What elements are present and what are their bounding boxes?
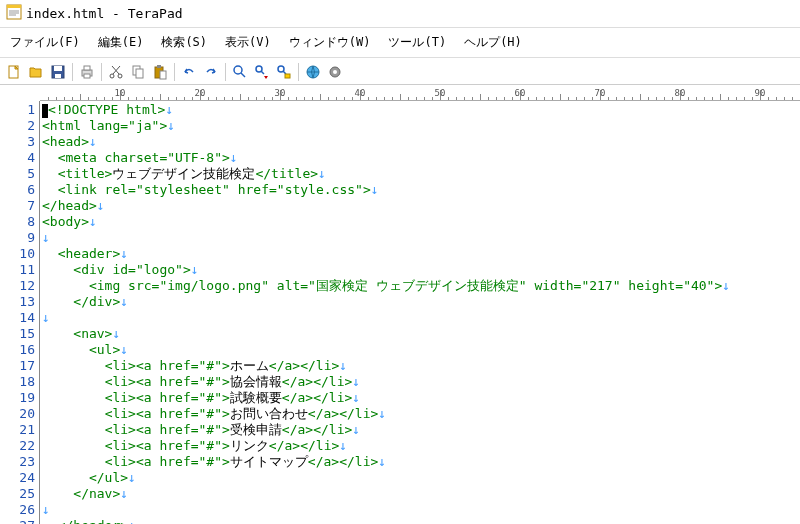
eol-mark: ↓ — [42, 310, 50, 325]
code-line[interactable]: </header>↓ — [42, 518, 800, 524]
eol-mark: ↓ — [339, 438, 347, 453]
menu-file[interactable]: ファイル(F) — [2, 32, 88, 53]
svg-point-13 — [118, 74, 122, 78]
ruler-mark: 30 — [275, 88, 286, 98]
toolbar-separator — [174, 63, 175, 81]
eol-mark: ↓ — [167, 118, 175, 133]
find-next-button[interactable] — [252, 62, 272, 82]
redo-button[interactable] — [201, 62, 221, 82]
toolbar-separator — [72, 63, 73, 81]
open-file-button[interactable] — [26, 62, 46, 82]
svg-line-22 — [241, 73, 245, 77]
code-line[interactable]: </div>↓ — [42, 294, 800, 310]
find-button[interactable] — [230, 62, 250, 82]
line-number: 17 — [0, 358, 35, 374]
code-line[interactable]: <li><a href="#">ホーム</a></li>↓ — [42, 358, 800, 374]
svg-point-12 — [110, 74, 114, 78]
eol-mark: ↓ — [120, 342, 128, 357]
code-line[interactable]: </head>↓ — [42, 198, 800, 214]
eol-mark: ↓ — [165, 102, 173, 117]
eol-mark: ↓ — [120, 294, 128, 309]
svg-rect-7 — [54, 66, 62, 71]
eol-mark: ↓ — [339, 358, 347, 373]
settings-button[interactable] — [325, 62, 345, 82]
line-number: 16 — [0, 342, 35, 358]
eol-mark: ↓ — [352, 422, 360, 437]
eol-mark: ↓ — [128, 470, 136, 485]
copy-button[interactable] — [128, 62, 148, 82]
code-line[interactable]: <head>↓ — [42, 134, 800, 150]
line-number: 25 — [0, 486, 35, 502]
code-editor[interactable]: <!DOCTYPE html>↓<html lang="ja">↓<head>↓… — [40, 101, 800, 524]
code-line[interactable]: <li><a href="#">試験概要</a></li>↓ — [42, 390, 800, 406]
code-line[interactable]: </ul>↓ — [42, 470, 800, 486]
toolbar-separator — [101, 63, 102, 81]
line-number: 26 — [0, 502, 35, 518]
code-line[interactable]: <link rel="stylesheet" href="style.css">… — [42, 182, 800, 198]
undo-button[interactable] — [179, 62, 199, 82]
cut-button[interactable] — [106, 62, 126, 82]
code-line[interactable]: <title>ウェブデザイン技能検定</title>↓ — [42, 166, 800, 182]
code-line[interactable]: ↓ — [42, 310, 800, 326]
replace-button[interactable] — [274, 62, 294, 82]
code-line[interactable]: <ul>↓ — [42, 342, 800, 358]
code-line[interactable]: <nav>↓ — [42, 326, 800, 342]
line-number: 13 — [0, 294, 35, 310]
menu-window[interactable]: ウィンドウ(W) — [281, 32, 379, 53]
svg-line-14 — [113, 66, 120, 74]
menu-view[interactable]: 表示(V) — [217, 32, 279, 53]
code-line[interactable]: <li><a href="#">受検申請</a></li>↓ — [42, 422, 800, 438]
code-line[interactable]: </nav>↓ — [42, 486, 800, 502]
print-button[interactable] — [77, 62, 97, 82]
line-number: 23 — [0, 454, 35, 470]
menu-edit[interactable]: 編集(E) — [90, 32, 152, 53]
svg-point-30 — [333, 70, 337, 74]
eol-mark: ↓ — [120, 246, 128, 261]
code-line[interactable]: ↓ — [42, 230, 800, 246]
menu-help[interactable]: ヘルプ(H) — [456, 32, 530, 53]
paste-button[interactable] — [150, 62, 170, 82]
line-number: 2 — [0, 118, 35, 134]
ruler-mark: 40 — [355, 88, 366, 98]
code-line[interactable]: <img src="img/logo.png" alt="国家検定 ウェブデザイ… — [42, 278, 800, 294]
svg-point-21 — [234, 66, 242, 74]
line-number: 10 — [0, 246, 35, 262]
eol-mark: ↓ — [371, 182, 379, 197]
code-line[interactable]: <li><a href="#">サイトマップ</a></li>↓ — [42, 454, 800, 470]
new-file-button[interactable] — [4, 62, 24, 82]
window-title: index.html - TeraPad — [26, 6, 183, 21]
line-number: 19 — [0, 390, 35, 406]
line-number: 4 — [0, 150, 35, 166]
eol-mark: ↓ — [318, 166, 326, 181]
code-line[interactable]: <!DOCTYPE html>↓ — [42, 102, 800, 118]
line-number: 8 — [0, 214, 35, 230]
menu-search[interactable]: 検索(S) — [153, 32, 215, 53]
code-line[interactable]: <div id="logo">↓ — [42, 262, 800, 278]
svg-rect-10 — [84, 66, 90, 70]
code-line[interactable]: <header>↓ — [42, 246, 800, 262]
code-line[interactable]: <li><a href="#">協会情報</a></li>↓ — [42, 374, 800, 390]
code-line[interactable]: <li><a href="#">リンク</a></li>↓ — [42, 438, 800, 454]
menu-tool[interactable]: ツール(T) — [380, 32, 454, 53]
line-number: 12 — [0, 278, 35, 294]
ruler-mark: 50 — [435, 88, 446, 98]
eol-mark: ↓ — [89, 134, 97, 149]
code-line[interactable]: <meta charset="UTF-8">↓ — [42, 150, 800, 166]
browser-button[interactable] — [303, 62, 323, 82]
line-number: 14 — [0, 310, 35, 326]
code-line[interactable]: <html lang="ja">↓ — [42, 118, 800, 134]
save-button[interactable] — [48, 62, 68, 82]
ruler-mark: 60 — [515, 88, 526, 98]
svg-rect-8 — [55, 74, 61, 78]
code-line[interactable]: <li><a href="#">お問い合わせ</a></li>↓ — [42, 406, 800, 422]
code-line[interactable]: <body>↓ — [42, 214, 800, 230]
line-number: 9 — [0, 230, 35, 246]
eol-mark: ↓ — [352, 374, 360, 389]
ruler: 102030405060708090 — [40, 85, 800, 101]
line-number: 3 — [0, 134, 35, 150]
code-line[interactable]: ↓ — [42, 502, 800, 518]
toolbar-separator — [298, 63, 299, 81]
eol-mark: ↓ — [89, 214, 97, 229]
line-number: 15 — [0, 326, 35, 342]
line-number: 1 — [0, 102, 35, 118]
